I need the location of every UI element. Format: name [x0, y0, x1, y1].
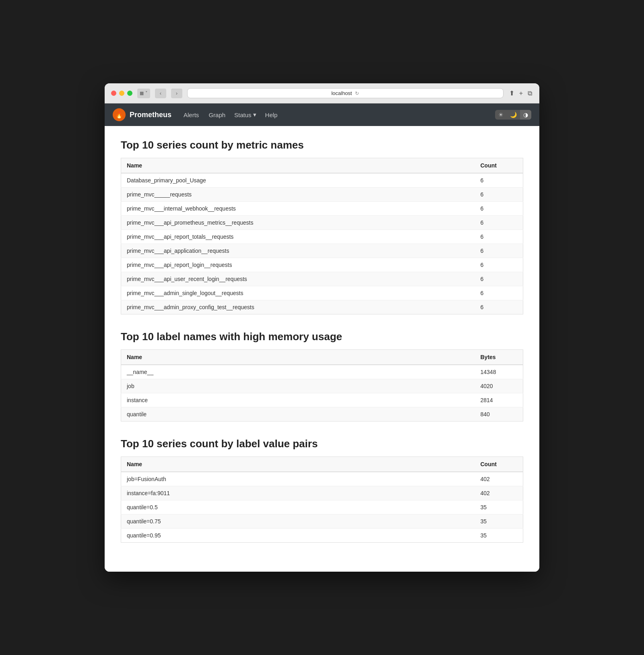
metric-count-cell: 6 — [475, 202, 523, 216]
maximize-button[interactable] — [127, 91, 132, 96]
pair-count-cell: 35 — [475, 529, 523, 543]
metric-name-cell: prime_mvc___api_report_totals__requests — [121, 230, 475, 244]
browser-actions: ⬆ + ⧉ — [508, 89, 533, 98]
label-bytes-cell: 840 — [475, 407, 523, 422]
table-row: prime_mvc___admin_single_logout__request… — [121, 286, 523, 300]
address-bar[interactable]: localhost ↻ — [187, 88, 504, 98]
table-row: quantile=0.75 35 — [121, 514, 523, 529]
window-button[interactable]: ⧉ — [527, 89, 533, 98]
section-label-memory: Top 10 label names with high memory usag… — [121, 331, 523, 422]
table-row: job 4020 — [121, 379, 523, 393]
table-row: prime_mvc___api_application__requests 6 — [121, 244, 523, 258]
label-name-cell: quantile — [121, 407, 475, 422]
pair-count-cell: 402 — [475, 486, 523, 500]
pair-count-cell: 35 — [475, 514, 523, 529]
table-row: prime_mvc___admin_proxy_config_test__req… — [121, 300, 523, 314]
nav-brand: 🔥 Prometheus — [113, 108, 171, 121]
table-row: quantile 840 — [121, 407, 523, 422]
table-row: prime_mvc___internal_webhook__requests 6 — [121, 202, 523, 216]
theme-light-button[interactable]: ☀ — [495, 110, 507, 120]
label-value-table: Name Count job=FusionAuth 402 instance=f… — [121, 457, 523, 543]
table-row: Database_primary_pool_Usage 6 — [121, 173, 523, 188]
pair-name-cell: quantile=0.5 — [121, 500, 475, 514]
section-series-count-label: Top 10 series count by label value pairs… — [121, 438, 523, 543]
table-row: prime_mvc___api_report_login__requests 6 — [121, 258, 523, 272]
graph-link[interactable]: Graph — [208, 110, 226, 120]
metric-count-cell: 6 — [475, 258, 523, 272]
theme-dark-button[interactable]: 🌙 — [507, 110, 520, 120]
reload-icon: ↻ — [355, 91, 359, 96]
label-bytes-cell: 4020 — [475, 379, 523, 393]
brand-text: Prometheus — [130, 111, 171, 119]
minimize-button[interactable] — [119, 91, 124, 96]
table-row: job=FusionAuth 402 — [121, 472, 523, 486]
metric-name-cell: prime_mvc___admin_single_logout__request… — [121, 286, 475, 300]
section-series-count-metric: Top 10 series count by metric names Name… — [121, 139, 523, 314]
prometheus-logo: 🔥 — [113, 108, 126, 121]
metric-name-cell: prime_mvc_____requests — [121, 188, 475, 202]
pair-name-cell: job=FusionAuth — [121, 472, 475, 486]
metric-name-cell: Database_primary_pool_Usage — [121, 173, 475, 188]
theme-auto-button[interactable]: ◑ — [520, 110, 531, 120]
label-name-cell: job — [121, 379, 475, 393]
metric-count-cell: 6 — [475, 286, 523, 300]
theme-switcher: ☀ 🌙 ◑ — [495, 110, 531, 120]
table-row: instance 2814 — [121, 393, 523, 407]
metric-count-cell: 6 — [475, 272, 523, 286]
pair-count-cell: 402 — [475, 472, 523, 486]
browser-chrome: ▦ ˅ ‹ › localhost ↻ ⬆ + ⧉ — [105, 83, 539, 103]
label-memory-table: Name Bytes __name__ 14348 job 4020 insta… — [121, 349, 523, 422]
status-dropdown[interactable]: Status ▾ — [234, 111, 256, 118]
col-header-bytes-2: Bytes — [475, 350, 523, 365]
metric-count-cell: 6 — [475, 216, 523, 230]
metric-name-cell: prime_mvc___api_prometheus_metrics__requ… — [121, 216, 475, 230]
label-bytes-cell: 14348 — [475, 365, 523, 379]
col-header-count-1: Count — [475, 158, 523, 174]
col-header-name-2: Name — [121, 350, 475, 365]
col-header-name-3: Name — [121, 457, 475, 472]
table-row: quantile=0.95 35 — [121, 529, 523, 543]
url-text: localhost — [331, 90, 352, 96]
close-button[interactable] — [111, 91, 116, 96]
page-content: Top 10 series count by metric names Name… — [105, 126, 539, 572]
pair-name-cell: quantile=0.75 — [121, 514, 475, 529]
metric-name-cell: prime_mvc___api_report_login__requests — [121, 258, 475, 272]
forward-button[interactable]: › — [171, 89, 182, 98]
metric-count-cell: 6 — [475, 230, 523, 244]
alerts-link[interactable]: Alerts — [183, 110, 200, 120]
table-row: prime_mvc_____requests 6 — [121, 188, 523, 202]
metric-name-cell: prime_mvc___api_user_recent_login__reque… — [121, 272, 475, 286]
table-row: quantile=0.5 35 — [121, 500, 523, 514]
pair-name-cell: instance=fa:9011 — [121, 486, 475, 500]
section-title-2: Top 10 label names with high memory usag… — [121, 331, 523, 343]
table-row: prime_mvc___api_report_totals__requests … — [121, 230, 523, 244]
sidebar-toggle-button[interactable]: ▦ ˅ — [137, 89, 150, 98]
share-button[interactable]: ⬆ — [508, 89, 515, 98]
table-row: prime_mvc___api_user_recent_login__reque… — [121, 272, 523, 286]
table-row: __name__ 14348 — [121, 365, 523, 379]
metric-name-cell: prime_mvc___internal_webhook__requests — [121, 202, 475, 216]
section-title-1: Top 10 series count by metric names — [121, 139, 523, 151]
table-row: prime_mvc___api_prometheus_metrics__requ… — [121, 216, 523, 230]
dropdown-chevron: ▾ — [253, 111, 256, 118]
browser-window: ▦ ˅ ‹ › localhost ↻ ⬆ + ⧉ 🔥 Prometheus A… — [105, 83, 539, 572]
label-name-cell: instance — [121, 393, 475, 407]
table-row: instance=fa:9011 402 — [121, 486, 523, 500]
traffic-lights — [111, 91, 132, 96]
label-name-cell: __name__ — [121, 365, 475, 379]
metric-name-cell: prime_mvc___api_application__requests — [121, 244, 475, 258]
metric-count-cell: 6 — [475, 300, 523, 314]
col-header-name-1: Name — [121, 158, 475, 174]
pair-name-cell: quantile=0.95 — [121, 529, 475, 543]
back-button[interactable]: ‹ — [155, 89, 166, 98]
label-bytes-cell: 2814 — [475, 393, 523, 407]
new-tab-button[interactable]: + — [518, 89, 524, 98]
metric-count-cell: 6 — [475, 188, 523, 202]
metric-count-cell: 6 — [475, 173, 523, 188]
metric-names-table: Name Count Database_primary_pool_Usage 6… — [121, 158, 523, 314]
status-label: Status — [234, 112, 252, 118]
col-header-count-3: Count — [475, 457, 523, 472]
help-link[interactable]: Help — [264, 110, 279, 120]
metric-count-cell: 6 — [475, 244, 523, 258]
pair-count-cell: 35 — [475, 500, 523, 514]
